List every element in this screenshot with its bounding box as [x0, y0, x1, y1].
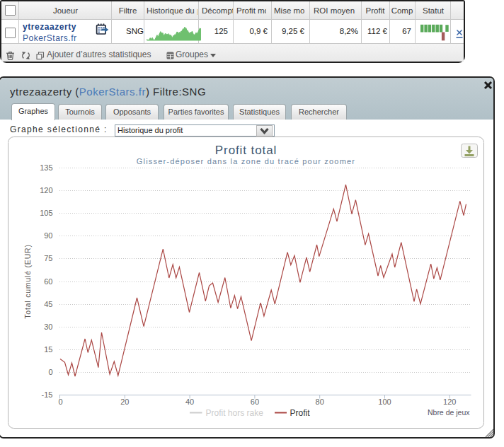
svg-text:Nbre de jeux: Nbre de jeux — [428, 408, 470, 417]
svg-text:0: 0 — [58, 397, 62, 406]
svg-text:40: 40 — [185, 397, 194, 406]
svg-text:105: 105 — [40, 209, 52, 217]
svg-text:0: 0 — [48, 368, 52, 376]
svg-text:90: 90 — [44, 231, 52, 240]
svg-text:45: 45 — [44, 300, 52, 308]
svg-text:Total cumulé (EUR): Total cumulé (EUR) — [23, 244, 32, 318]
svg-text:15: 15 — [44, 345, 52, 354]
svg-text:Profit total: Profit total — [215, 144, 277, 157]
svg-text:Glisser-déposer dans la zone d: Glisser-déposer dans la zone du tracé po… — [137, 157, 356, 166]
svg-text:75: 75 — [44, 254, 52, 262]
svg-text:135: 135 — [40, 163, 52, 172]
svg-text:20: 20 — [120, 397, 129, 406]
svg-text:Profit: Profit — [290, 408, 311, 418]
svg-text:80: 80 — [316, 397, 324, 406]
svg-text:30: 30 — [44, 323, 52, 331]
svg-text:120: 120 — [443, 397, 456, 406]
svg-text:Profit hors rake: Profit hors rake — [206, 408, 264, 418]
svg-text:60: 60 — [251, 397, 259, 406]
svg-text:100: 100 — [378, 397, 391, 406]
svg-text:60: 60 — [44, 277, 52, 286]
svg-text:120: 120 — [40, 186, 52, 195]
svg-text:-15: -15 — [42, 390, 53, 399]
